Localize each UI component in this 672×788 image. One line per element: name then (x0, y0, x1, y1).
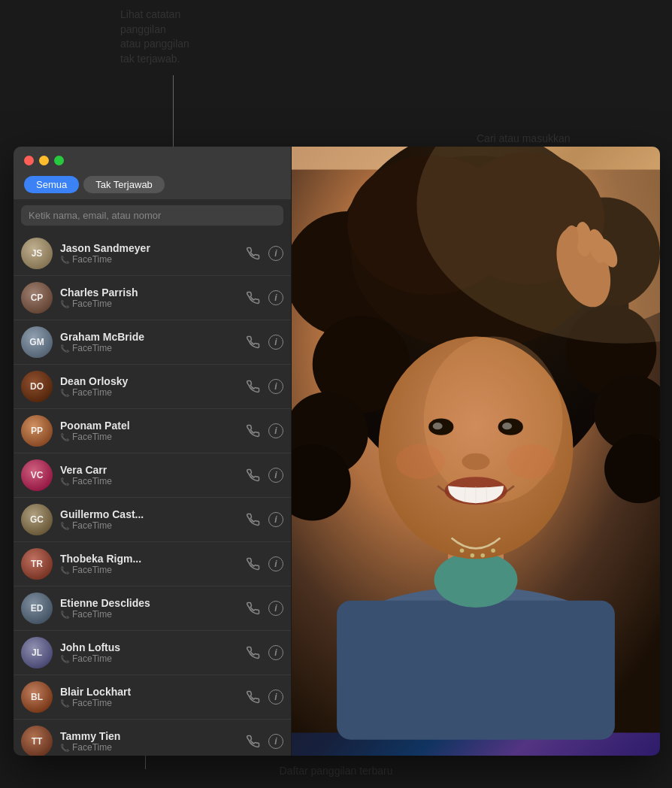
contact-type: FaceTime (72, 653, 112, 664)
annotation-top: Lihat catatanpanggilanatau panggilantak … (120, 8, 248, 66)
info-icon[interactable]: i (268, 601, 283, 616)
contact-info: Etienne Desclides 📞 FaceTime (60, 597, 240, 620)
contact-item[interactable]: JS Jason Sandmeyer 📞 FaceTime i (14, 232, 291, 276)
contact-sub: 📞 FaceTime (60, 476, 240, 486)
svg-point-34 (460, 548, 465, 553)
contact-actions: i (244, 422, 283, 440)
contact-info: Blair Lockhart 📞 FaceTime (60, 686, 240, 708)
contact-actions: i (244, 377, 283, 396)
avatar: JL (21, 637, 53, 668)
avatar: JS (21, 238, 53, 269)
contact-sub: 📞 FaceTime (60, 520, 240, 531)
contact-name: Etienne Desclides (60, 597, 240, 609)
call-icon[interactable] (244, 732, 262, 750)
contact-info: Dean Orlosky 📞 FaceTime (60, 375, 240, 398)
tab-semua[interactable]: Semua (24, 176, 79, 193)
contact-item[interactable]: DO Dean Orlosky 📞 FaceTime i (14, 365, 291, 409)
contact-item[interactable]: GM Graham McBride 📞 FaceTime i (14, 320, 291, 365)
contact-sub: 📞 FaceTime (60, 698, 240, 708)
call-icon[interactable] (244, 333, 262, 351)
contact-item[interactable]: BL Blair Lockhart 📞 FaceTime i (14, 675, 291, 720)
info-icon[interactable]: i (268, 246, 283, 261)
contact-sub: 📞 FaceTime (60, 653, 240, 664)
contact-actions: i (244, 511, 283, 529)
call-icon[interactable] (244, 644, 262, 662)
contact-actions: i (244, 599, 283, 617)
search-input[interactable] (21, 205, 283, 226)
contact-actions: i (244, 289, 283, 307)
contact-name: Dean Orlosky (60, 375, 240, 387)
call-icon[interactable] (244, 244, 262, 262)
contact-type: FaceTime (72, 742, 112, 753)
contact-actions: i (244, 555, 283, 573)
contact-sub: 📞 FaceTime (60, 299, 240, 309)
avatar: ED (21, 593, 53, 624)
avatar: GC (21, 504, 53, 535)
contact-type: FaceTime (72, 387, 112, 398)
contact-type: FaceTime (72, 343, 112, 353)
contact-name: Guillermo Cast... (60, 508, 240, 520)
contact-type: FaceTime (72, 698, 112, 708)
phone-icon: 📞 (60, 699, 69, 708)
info-icon[interactable]: i (268, 512, 283, 527)
call-icon[interactable] (244, 377, 262, 396)
contact-info: Tammy Tien 📞 FaceTime (60, 730, 240, 753)
avatar: CP (21, 282, 53, 314)
close-button[interactable] (24, 156, 34, 165)
contact-item[interactable]: GC Guillermo Cast... 📞 FaceTime i (14, 498, 291, 542)
contact-item[interactable]: TR Thobeka Rigm... 📞 FaceTime i (14, 542, 291, 586)
sidebar: Semua Tak Terjawab JS Jason Sandmeyer 📞 … (14, 147, 292, 756)
contact-item[interactable]: ED Etienne Desclides 📞 FaceTime i (14, 586, 291, 631)
contact-type: FaceTime (72, 432, 112, 442)
call-icon[interactable] (244, 511, 262, 529)
contact-type: FaceTime (72, 476, 112, 486)
call-icon[interactable] (244, 289, 262, 307)
contact-item[interactable]: PP Poonam Patel 📞 FaceTime i (14, 409, 291, 453)
tab-tak-terjawab[interactable]: Tak Terjawab (83, 176, 165, 193)
svg-point-38 (396, 444, 445, 479)
contact-item[interactable]: JL John Loftus 📞 FaceTime i (14, 631, 291, 675)
minimize-button[interactable] (39, 156, 49, 165)
call-icon[interactable] (244, 688, 262, 706)
svg-rect-21 (337, 601, 615, 740)
contact-item[interactable]: VC Vera Carr 📞 FaceTime i (14, 453, 291, 498)
svg-point-28 (502, 423, 512, 429)
info-icon[interactable]: i (268, 690, 283, 705)
annotation-bottom: Daftar panggilan terbaru (280, 764, 393, 779)
window-controls (24, 156, 280, 165)
phone-icon: 📞 (60, 344, 69, 353)
contact-name: Graham McBride (60, 331, 240, 343)
info-icon[interactable]: i (268, 335, 283, 350)
info-icon[interactable]: i (268, 379, 283, 394)
contact-info: Charles Parrish 📞 FaceTime (60, 286, 240, 309)
contact-sub: 📞 FaceTime (60, 387, 240, 398)
contact-item[interactable]: CP Charles Parrish 📞 FaceTime i (14, 276, 291, 320)
contact-actions: i (244, 688, 283, 706)
info-icon[interactable]: i (268, 468, 283, 483)
contact-info: Vera Carr 📞 FaceTime (60, 464, 240, 486)
svg-point-27 (433, 423, 443, 429)
avatar: PP (21, 415, 53, 447)
photo-background (292, 147, 660, 756)
svg-point-36 (480, 553, 485, 558)
titlebar: Semua Tak Terjawab (14, 147, 291, 199)
info-icon[interactable]: i (268, 734, 283, 749)
info-icon[interactable]: i (268, 556, 283, 571)
phone-icon: 📞 (60, 256, 69, 264)
maximize-button[interactable] (54, 156, 64, 165)
svg-point-37 (491, 548, 495, 553)
call-icon[interactable] (244, 555, 262, 573)
contact-name: Blair Lockhart (60, 686, 240, 698)
info-icon[interactable]: i (268, 645, 283, 660)
info-icon[interactable]: i (268, 423, 283, 438)
avatar: VC (21, 459, 53, 491)
call-icon[interactable] (244, 599, 262, 617)
search-container (14, 199, 291, 232)
info-icon[interactable]: i (268, 290, 283, 305)
call-icon[interactable] (244, 422, 262, 440)
phone-icon: 📞 (60, 389, 69, 397)
contact-item[interactable]: TT Tammy Tien 📞 FaceTime i (14, 720, 291, 756)
call-icon[interactable] (244, 466, 262, 484)
contact-actions: i (244, 732, 283, 750)
tabs-container: Semua Tak Terjawab (24, 176, 280, 193)
